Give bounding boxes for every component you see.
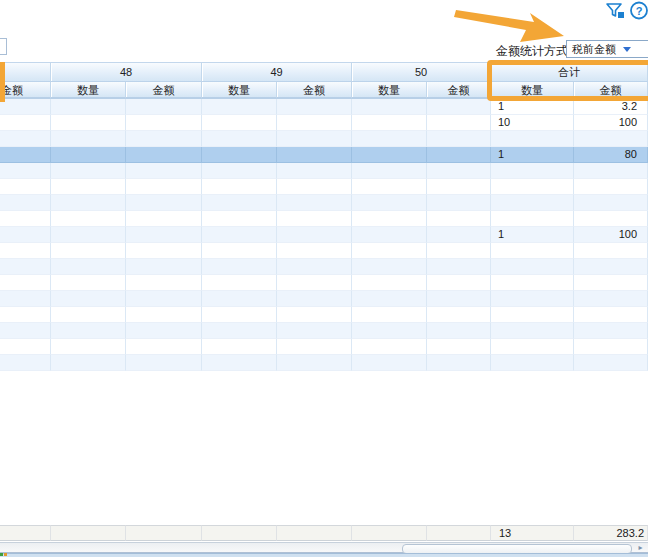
cell-empty [202, 179, 277, 195]
cell-empty [427, 131, 491, 147]
cell-empty [277, 243, 352, 259]
column-header-g3-amt[interactable]: 金额 [427, 82, 491, 99]
cell-empty [51, 339, 126, 355]
table-row[interactable] [0, 195, 648, 211]
group-header-leading[interactable] [0, 63, 51, 82]
cell-empty [427, 307, 491, 323]
stat-method-value: 税前金额 [567, 42, 648, 57]
table-row[interactable] [0, 211, 648, 227]
cell-empty [126, 163, 202, 179]
cell-total-qty [491, 355, 574, 371]
cell-total-amt [574, 195, 648, 211]
table-row[interactable] [0, 163, 648, 179]
cell-empty [427, 163, 491, 179]
table-row[interactable] [0, 243, 648, 259]
cell-empty [126, 259, 202, 275]
cell-empty [427, 323, 491, 339]
cell-empty [0, 291, 51, 307]
cell-empty [352, 147, 427, 163]
table-row[interactable]: 10100 [0, 115, 648, 131]
corner-dot-orange [4, 553, 7, 556]
cell-empty [126, 243, 202, 259]
cell-empty [277, 275, 352, 291]
cell-total-amt [574, 131, 648, 147]
summary-total-amt: 283.2 [574, 525, 648, 541]
group-header-2[interactable]: 49 [202, 63, 352, 82]
cell-empty [126, 323, 202, 339]
filter-icon[interactable] [605, 2, 627, 20]
column-header-g3-qty[interactable]: 数量 [352, 82, 427, 99]
cell-empty [51, 307, 126, 323]
group-header-4[interactable]: 合计 [491, 63, 648, 82]
column-header-leading[interactable]: 金额 [0, 82, 51, 99]
cell-total-qty [491, 243, 574, 259]
group-header-3[interactable]: 50 [352, 63, 491, 82]
column-header-g2-amt[interactable]: 金额 [277, 82, 352, 99]
table-row[interactable] [0, 275, 648, 291]
cell-empty [277, 227, 352, 243]
table-row[interactable]: 180 [0, 147, 648, 163]
cell-empty [352, 211, 427, 227]
cell-total-qty [491, 163, 574, 179]
table-row[interactable] [0, 355, 648, 371]
cell-total-qty [491, 323, 574, 339]
cell-empty [427, 243, 491, 259]
column-header-g1-amt[interactable]: 金额 [126, 82, 202, 99]
cell-empty [202, 355, 277, 371]
cell-empty [51, 355, 126, 371]
cell-empty [427, 275, 491, 291]
cell-total-qty: 10 [491, 115, 574, 131]
cell-empty [352, 163, 427, 179]
cell-total-qty: 1 [491, 99, 574, 115]
cell-empty [202, 307, 277, 323]
horizontal-scrollbar[interactable]: ▸ [0, 542, 648, 553]
cell-empty [51, 227, 126, 243]
summary-cell [126, 525, 202, 541]
cell-empty [51, 115, 126, 131]
cell-total-amt [574, 339, 648, 355]
stat-method-combobox[interactable]: 税前金额 [566, 40, 648, 58]
cell-empty [352, 131, 427, 147]
cell-total-qty: 1 [491, 147, 574, 163]
help-icon[interactable]: ? [629, 1, 648, 20]
column-header-g2-qty[interactable]: 数量 [202, 82, 277, 99]
table-row[interactable] [0, 179, 648, 195]
cell-empty [277, 131, 352, 147]
cell-total-amt [574, 211, 648, 227]
scrollbar-right-arrow-icon[interactable]: ▸ [633, 543, 648, 553]
column-header-g1-qty[interactable]: 数量 [51, 82, 126, 99]
cell-empty [126, 291, 202, 307]
group-header-row: 484950合计 [0, 63, 648, 82]
cell-total-qty [491, 307, 574, 323]
table-row[interactable] [0, 131, 648, 147]
cell-empty [427, 291, 491, 307]
table-row[interactable]: 1100 [0, 227, 648, 243]
cell-empty [0, 195, 51, 211]
table-row[interactable] [0, 259, 648, 275]
table-row[interactable]: 13.2 [0, 99, 648, 115]
table-row[interactable] [0, 291, 648, 307]
table-row[interactable] [0, 307, 648, 323]
cell-total-amt [574, 275, 648, 291]
cell-empty [0, 323, 51, 339]
cell-empty [352, 99, 427, 115]
column-header-g4-qty[interactable]: 数量 [491, 82, 574, 99]
cell-empty [277, 163, 352, 179]
cell-empty [352, 323, 427, 339]
cell-total-qty [491, 275, 574, 291]
cell-total-qty [491, 131, 574, 147]
group-header-1[interactable]: 48 [51, 63, 202, 82]
corner-dot-green [0, 553, 3, 556]
table-row[interactable] [0, 339, 648, 355]
cell-empty [126, 115, 202, 131]
table-row[interactable] [0, 323, 648, 339]
chevron-down-icon [623, 47, 631, 52]
cell-empty [51, 323, 126, 339]
summary-cell [277, 525, 352, 541]
cell-empty [126, 227, 202, 243]
left-edge-cutoff-control[interactable] [0, 38, 7, 55]
cell-empty [126, 179, 202, 195]
cell-total-amt [574, 355, 648, 371]
cell-empty [126, 339, 202, 355]
column-header-g4-amt[interactable]: 金额 [574, 82, 648, 99]
